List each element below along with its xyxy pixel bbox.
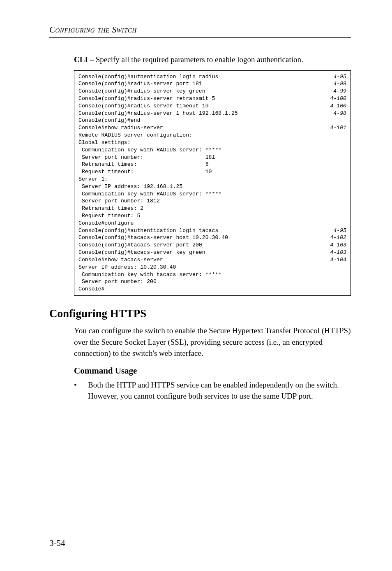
code-line: Console#configure [78, 220, 346, 227]
code-page-ref [343, 176, 346, 183]
code-line: Console(config)#radius-server retransmit… [78, 95, 346, 102]
code-line: Console#show tacacs-server4-104 [78, 256, 346, 264]
cli-code-block: Console(config)#authentication login rad… [74, 70, 351, 296]
code-page-ref [343, 264, 346, 271]
code-text: Request timeout: 5 [78, 212, 140, 220]
code-line: Remote RADIUS server configuration: [78, 132, 346, 139]
page-number: 3-54 [49, 538, 65, 548]
code-page-ref: 4-98 [330, 110, 346, 117]
code-line: Console(config)#tacacs-server key green4… [78, 249, 346, 256]
bullet-item: • Both the HTTP and HTTPS service can be… [74, 379, 351, 402]
code-text: Remote RADIUS server configuration: [78, 132, 192, 139]
code-line: Console(config)#tacacs-server port 2004-… [78, 241, 346, 249]
code-text: Request timeout: 10 [78, 168, 212, 176]
code-line: Console(config)#radius-server 1 host 192… [78, 110, 346, 117]
code-text: Console(config)#radius-server port 181 [78, 80, 202, 88]
code-page-ref [343, 212, 346, 220]
section-heading: Configuring HTTPS [49, 307, 351, 320]
intro-paragraph: CLI – Specify all the required parameter… [74, 54, 351, 65]
code-page-ref [343, 286, 346, 293]
code-text: Console(config)#radius-server retransmit… [78, 95, 215, 102]
code-line: Server 1: [78, 176, 346, 183]
code-text: Console(config)#authentication login tac… [78, 227, 218, 234]
section-paragraph: You can configure the switch to enable t… [74, 325, 351, 359]
code-line: Console(config)#end [78, 117, 346, 124]
code-text: Console(config)#radius-server 1 host 192… [78, 110, 238, 117]
code-page-ref [343, 197, 346, 205]
code-page-ref [343, 117, 346, 124]
code-page-ref [343, 183, 346, 190]
code-page-ref [343, 220, 346, 227]
code-line: Global settings: [78, 139, 346, 146]
code-line: Console(config)#authentication login tac… [78, 227, 346, 234]
code-page-ref: 4-100 [327, 102, 346, 110]
code-line: Console# [78, 286, 346, 293]
code-line: Request timeout: 10 [78, 168, 346, 176]
code-text: Console#show tacacs-server [78, 256, 163, 264]
code-text: Console(config)#end [78, 117, 140, 124]
code-page-ref: 4-102 [327, 234, 346, 241]
code-text: Global settings: [78, 139, 131, 146]
code-line: Console(config)#radius-server port 1814-… [78, 80, 346, 88]
code-text: Console(config)#tacacs-server key green [78, 249, 205, 256]
code-text: Retransmit times: 2 [78, 205, 143, 212]
code-text: Communication key with tacacs server: **… [78, 271, 221, 279]
code-page-ref [343, 161, 346, 168]
code-text: Server IP address: 10.20.30.40 [78, 264, 176, 271]
code-line: Console(config)#authentication login rad… [78, 73, 346, 81]
code-page-ref: 4-100 [327, 95, 346, 102]
code-text: Console# [78, 286, 104, 293]
code-line: Server port number: 1812 [78, 197, 346, 205]
code-line: Communication key with RADIUS server: **… [78, 146, 346, 154]
code-line: Retransmit times: 2 [78, 205, 346, 212]
code-line: Server port number: 200 [78, 278, 346, 286]
code-page-ref: 4-104 [327, 256, 346, 264]
code-page-ref [343, 205, 346, 212]
code-text: Server IP address: 192.168.1.25 [78, 183, 182, 190]
code-text: Console(config)#tacacs-server host 10.20… [78, 234, 228, 241]
code-line: Retransmit times: 5 [78, 161, 346, 168]
code-page-ref [343, 154, 346, 161]
code-page-ref: 4-101 [327, 124, 346, 132]
code-line: Request timeout: 5 [78, 212, 346, 220]
code-line: Console(config)#radius-server timeout 10… [78, 102, 346, 110]
code-line: Console#show radius-server4-101 [78, 124, 346, 132]
code-page-ref: 4-95 [330, 73, 346, 81]
code-page-ref [343, 132, 346, 139]
code-page-ref: 4-99 [330, 80, 346, 88]
bullet-text: Both the HTTP and HTTPS service can be e… [88, 379, 351, 402]
intro-rest: – Specify all the required parameters to… [88, 55, 303, 64]
code-text: Console#show radius-server [78, 124, 163, 132]
code-text: Server port number: 200 [78, 278, 157, 286]
code-line: Communication key with tacacs server: **… [78, 271, 346, 279]
code-text: Server port number: 181 [78, 154, 215, 161]
code-line: Server IP address: 10.20.30.40 [78, 264, 346, 271]
intro-bold: CLI [74, 55, 88, 64]
code-line: Communication key with RADIUS server: **… [78, 190, 346, 198]
code-line: Console(config)#tacacs-server host 10.20… [78, 234, 346, 241]
code-text: Communication key with RADIUS server: **… [78, 190, 221, 198]
code-text: Console(config)#authentication login rad… [78, 73, 218, 81]
code-page-ref: 4-99 [330, 88, 346, 95]
code-page-ref: 4-103 [327, 241, 346, 249]
code-page-ref [343, 278, 346, 286]
code-page-ref [343, 139, 346, 146]
code-page-ref [343, 190, 346, 198]
code-text: Console(config)#tacacs-server port 200 [78, 241, 202, 249]
code-text: Console(config)#radius-server key green [78, 88, 205, 95]
running-header: Configuring the Switch [49, 25, 351, 35]
code-line: Server port number: 181 [78, 154, 346, 161]
code-line: Server IP address: 192.168.1.25 [78, 183, 346, 190]
code-text: Console#configure [78, 220, 134, 227]
code-line: Console(config)#radius-server key green4… [78, 88, 346, 95]
command-usage-heading: Command Usage [74, 366, 351, 376]
code-page-ref [343, 271, 346, 279]
code-text: Console(config)#radius-server timeout 10 [78, 102, 209, 110]
code-page-ref [343, 146, 346, 154]
bullet-marker: • [74, 379, 88, 402]
code-page-ref: 4-95 [330, 227, 346, 234]
code-page-ref: 4-103 [327, 249, 346, 256]
code-text: Server port number: 1812 [78, 197, 160, 205]
code-text: Server 1: [78, 176, 108, 183]
code-text: Communication key with RADIUS server: **… [78, 146, 221, 154]
